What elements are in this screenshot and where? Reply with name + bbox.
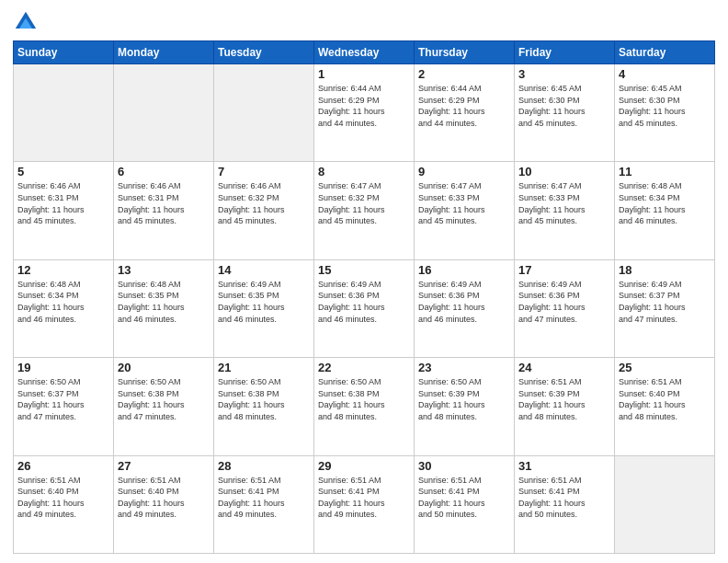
day-number: 27 <box>118 459 210 473</box>
day-number: 13 <box>118 263 210 277</box>
day-info: Sunrise: 6:51 AM Sunset: 6:40 PM Dayligh… <box>619 376 711 422</box>
calendar-cell: 25Sunrise: 6:51 AM Sunset: 6:40 PM Dayli… <box>615 358 715 455</box>
calendar-cell <box>114 64 214 162</box>
calendar: SundayMondayTuesdayWednesdayThursdayFrid… <box>13 40 715 554</box>
calendar-cell: 26Sunrise: 6:51 AM Sunset: 6:40 PM Dayli… <box>14 455 114 553</box>
calendar-cell <box>615 455 715 553</box>
day-info: Sunrise: 6:50 AM Sunset: 6:39 PM Dayligh… <box>418 376 510 422</box>
day-info: Sunrise: 6:51 AM Sunset: 6:41 PM Dayligh… <box>418 475 510 521</box>
calendar-cell <box>214 64 314 162</box>
day-info: Sunrise: 6:44 AM Sunset: 6:29 PM Dayligh… <box>318 83 410 129</box>
day-number: 14 <box>218 263 310 277</box>
day-info: Sunrise: 6:49 AM Sunset: 6:37 PM Dayligh… <box>619 279 711 325</box>
day-info: Sunrise: 6:46 AM Sunset: 6:31 PM Dayligh… <box>17 180 109 226</box>
day-number: 24 <box>518 361 610 374</box>
day-info: Sunrise: 6:50 AM Sunset: 6:38 PM Dayligh… <box>318 376 410 422</box>
day-info: Sunrise: 6:51 AM Sunset: 6:40 PM Dayligh… <box>17 475 109 521</box>
day-info: Sunrise: 6:49 AM Sunset: 6:36 PM Dayligh… <box>318 279 410 325</box>
calendar-cell: 14Sunrise: 6:49 AM Sunset: 6:35 PM Dayli… <box>214 259 314 357</box>
day-info: Sunrise: 6:51 AM Sunset: 6:39 PM Dayligh… <box>518 376 610 422</box>
calendar-cell: 18Sunrise: 6:49 AM Sunset: 6:37 PM Dayli… <box>615 259 715 357</box>
calendar-cell: 16Sunrise: 6:49 AM Sunset: 6:36 PM Dayli… <box>415 259 515 357</box>
day-info: Sunrise: 6:51 AM Sunset: 6:41 PM Dayligh… <box>318 475 410 521</box>
day-number: 30 <box>418 459 510 473</box>
day-info: Sunrise: 6:50 AM Sunset: 6:37 PM Dayligh… <box>17 376 109 422</box>
day-number: 1 <box>318 67 410 81</box>
week-row-4: 26Sunrise: 6:51 AM Sunset: 6:40 PM Dayli… <box>14 455 715 553</box>
day-number: 9 <box>418 165 510 178</box>
day-info: Sunrise: 6:51 AM Sunset: 6:41 PM Dayligh… <box>518 475 610 521</box>
day-number: 7 <box>218 165 310 178</box>
day-info: Sunrise: 6:49 AM Sunset: 6:36 PM Dayligh… <box>418 279 510 325</box>
day-info: Sunrise: 6:49 AM Sunset: 6:36 PM Dayligh… <box>518 279 610 325</box>
day-info: Sunrise: 6:51 AM Sunset: 6:40 PM Dayligh… <box>118 475 210 521</box>
day-number: 16 <box>418 263 510 277</box>
day-number: 31 <box>518 459 610 473</box>
weekday-header-row: SundayMondayTuesdayWednesdayThursdayFrid… <box>14 41 715 64</box>
day-info: Sunrise: 6:47 AM Sunset: 6:32 PM Dayligh… <box>318 180 410 226</box>
week-row-1: 5Sunrise: 6:46 AM Sunset: 6:31 PM Daylig… <box>14 162 715 259</box>
day-number: 25 <box>619 361 711 374</box>
day-number: 2 <box>418 67 510 81</box>
day-info: Sunrise: 6:45 AM Sunset: 6:30 PM Dayligh… <box>619 83 711 129</box>
day-number: 8 <box>318 165 410 178</box>
day-info: Sunrise: 6:48 AM Sunset: 6:35 PM Dayligh… <box>118 279 210 325</box>
calendar-cell: 20Sunrise: 6:50 AM Sunset: 6:38 PM Dayli… <box>114 358 214 455</box>
weekday-header-sunday: Sunday <box>14 41 114 64</box>
day-number: 19 <box>17 361 109 374</box>
calendar-cell: 4Sunrise: 6:45 AM Sunset: 6:30 PM Daylig… <box>615 64 715 162</box>
calendar-cell: 11Sunrise: 6:48 AM Sunset: 6:34 PM Dayli… <box>615 162 715 259</box>
day-number: 6 <box>118 165 210 178</box>
calendar-cell <box>14 64 114 162</box>
day-number: 5 <box>17 165 109 178</box>
calendar-cell: 3Sunrise: 6:45 AM Sunset: 6:30 PM Daylig… <box>515 64 615 162</box>
calendar-cell: 8Sunrise: 6:47 AM Sunset: 6:32 PM Daylig… <box>314 162 415 259</box>
calendar-cell: 12Sunrise: 6:48 AM Sunset: 6:34 PM Dayli… <box>14 259 114 357</box>
week-row-0: 1Sunrise: 6:44 AM Sunset: 6:29 PM Daylig… <box>14 64 715 162</box>
day-info: Sunrise: 6:47 AM Sunset: 6:33 PM Dayligh… <box>418 180 510 226</box>
day-number: 26 <box>17 459 109 473</box>
calendar-cell: 28Sunrise: 6:51 AM Sunset: 6:41 PM Dayli… <box>214 455 314 553</box>
day-number: 23 <box>418 361 510 374</box>
day-number: 20 <box>118 361 210 374</box>
day-number: 17 <box>518 263 610 277</box>
logo-icon <box>13 9 39 35</box>
calendar-cell: 31Sunrise: 6:51 AM Sunset: 6:41 PM Dayli… <box>515 455 615 553</box>
calendar-cell: 1Sunrise: 6:44 AM Sunset: 6:29 PM Daylig… <box>314 64 415 162</box>
day-info: Sunrise: 6:49 AM Sunset: 6:35 PM Dayligh… <box>218 279 310 325</box>
day-info: Sunrise: 6:44 AM Sunset: 6:29 PM Dayligh… <box>418 83 510 129</box>
day-number: 18 <box>619 263 711 277</box>
calendar-cell: 22Sunrise: 6:50 AM Sunset: 6:38 PM Dayli… <box>314 358 415 455</box>
calendar-cell: 29Sunrise: 6:51 AM Sunset: 6:41 PM Dayli… <box>314 455 415 553</box>
week-row-3: 19Sunrise: 6:50 AM Sunset: 6:37 PM Dayli… <box>14 358 715 455</box>
calendar-cell: 6Sunrise: 6:46 AM Sunset: 6:31 PM Daylig… <box>114 162 214 259</box>
day-number: 3 <box>518 67 610 81</box>
day-number: 4 <box>619 67 711 81</box>
day-info: Sunrise: 6:47 AM Sunset: 6:33 PM Dayligh… <box>518 180 610 226</box>
calendar-cell: 30Sunrise: 6:51 AM Sunset: 6:41 PM Dayli… <box>415 455 515 553</box>
calendar-cell: 2Sunrise: 6:44 AM Sunset: 6:29 PM Daylig… <box>415 64 515 162</box>
calendar-cell: 17Sunrise: 6:49 AM Sunset: 6:36 PM Dayli… <box>515 259 615 357</box>
day-info: Sunrise: 6:45 AM Sunset: 6:30 PM Dayligh… <box>518 83 610 129</box>
weekday-header-monday: Monday <box>114 41 214 64</box>
day-number: 10 <box>518 165 610 178</box>
day-number: 11 <box>619 165 711 178</box>
calendar-cell: 15Sunrise: 6:49 AM Sunset: 6:36 PM Dayli… <box>314 259 415 357</box>
day-info: Sunrise: 6:46 AM Sunset: 6:31 PM Dayligh… <box>118 180 210 226</box>
weekday-header-saturday: Saturday <box>615 41 715 64</box>
calendar-cell: 21Sunrise: 6:50 AM Sunset: 6:38 PM Dayli… <box>214 358 314 455</box>
day-number: 28 <box>218 459 310 473</box>
calendar-cell: 5Sunrise: 6:46 AM Sunset: 6:31 PM Daylig… <box>14 162 114 259</box>
calendar-cell: 23Sunrise: 6:50 AM Sunset: 6:39 PM Dayli… <box>415 358 515 455</box>
day-number: 12 <box>17 263 109 277</box>
day-number: 22 <box>318 361 410 374</box>
day-number: 15 <box>318 263 410 277</box>
calendar-cell: 27Sunrise: 6:51 AM Sunset: 6:40 PM Dayli… <box>114 455 214 553</box>
logo <box>13 9 42 35</box>
page: SundayMondayTuesdayWednesdayThursdayFrid… <box>0 0 728 563</box>
weekday-header-friday: Friday <box>515 41 615 64</box>
day-info: Sunrise: 6:48 AM Sunset: 6:34 PM Dayligh… <box>17 279 109 325</box>
day-number: 29 <box>318 459 410 473</box>
calendar-cell: 24Sunrise: 6:51 AM Sunset: 6:39 PM Dayli… <box>515 358 615 455</box>
day-info: Sunrise: 6:50 AM Sunset: 6:38 PM Dayligh… <box>218 376 310 422</box>
